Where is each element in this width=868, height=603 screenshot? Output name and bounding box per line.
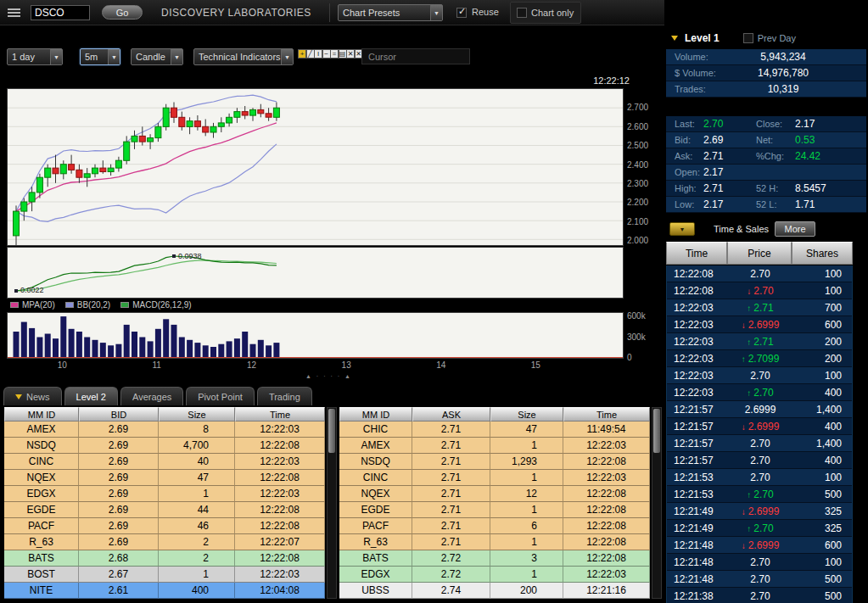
ask-table-scrollbar[interactable] — [652, 407, 662, 599]
volume-chart[interactable] — [7, 312, 624, 359]
legend-item: MPA(20) — [10, 300, 55, 310]
trade-time: 12:21:38 — [667, 590, 728, 602]
cell-mm: EGDE — [4, 502, 79, 518]
tab-trading[interactable]: Trading — [257, 387, 312, 405]
grid-icon[interactable]: ▤ — [339, 49, 347, 59]
cell-price: 2.69 — [79, 486, 159, 502]
price-tick-label: 2.600 — [627, 122, 648, 131]
go-button[interactable]: Go — [102, 5, 143, 20]
level1-stat-row: $ Volume:14,976,780 — [666, 65, 866, 81]
interval-select[interactable]: 5m — [80, 48, 120, 65]
table-row[interactable]: NSDQ2.694,70012:22:08 — [4, 438, 325, 454]
chart-toolbar: 1 day 5m Candle Technical Indicators +╱I… — [0, 42, 662, 68]
range-select[interactable]: 1 day — [7, 48, 63, 65]
quote-value: 24.42 — [795, 150, 866, 162]
prev-day-checkbox[interactable] — [743, 33, 753, 43]
chart-presets-select[interactable]: Chart Presets — [338, 4, 443, 21]
table-row[interactable]: NSDQ2.711,29312:22:08 — [339, 454, 650, 470]
chart-type-select[interactable]: Candle — [131, 48, 183, 65]
table-header: MM IDBIDSizeTime — [4, 407, 325, 422]
time-sales-row: 12:21:572.69991,400 — [667, 401, 852, 418]
table-row[interactable]: BATS2.68212:22:08 — [4, 550, 325, 567]
reuse-checkbox[interactable] — [456, 8, 467, 18]
cell-time: 12:22:03 — [563, 567, 650, 583]
cell-time: 12:22:03 — [235, 486, 325, 502]
trade-shares: 200 — [792, 336, 852, 348]
column-header[interactable]: Size — [490, 407, 563, 422]
tab-news[interactable]: News — [3, 387, 62, 405]
cell-size: 1 — [490, 470, 563, 486]
table-row[interactable]: EGDE2.71112:22:08 — [339, 502, 650, 518]
scrollbar-thumb[interactable] — [653, 409, 660, 453]
cell-size: 1 — [490, 567, 563, 583]
quote-label: High: — [666, 183, 703, 193]
horizontal-line-icon[interactable]: − — [322, 49, 331, 59]
table-row[interactable]: AMEX2.71112:22:03 — [339, 438, 650, 454]
table-row[interactable]: EGDE2.694412:22:08 — [4, 502, 325, 518]
menu-icon[interactable] — [8, 8, 20, 10]
table-row[interactable]: EDGX2.72112:22:03 — [339, 567, 650, 583]
symbol-input[interactable] — [31, 5, 90, 20]
table-row[interactable]: CHIC2.714711:49:54 — [339, 422, 650, 438]
column-header[interactable]: ASK — [412, 407, 490, 422]
table-row[interactable]: AMEX2.69812:22:03 — [4, 422, 325, 438]
table-row[interactable]: PACF2.71612:22:08 — [339, 518, 650, 534]
delete-drawing-icon[interactable]: ✕ — [346, 49, 355, 59]
table-row[interactable]: UBSS2.7420012:21:16 — [339, 583, 650, 599]
column-header[interactable]: MM ID — [4, 407, 79, 422]
trade-shares: 400 — [792, 455, 852, 466]
table-row[interactable]: R_632.69212:22:07 — [4, 534, 325, 550]
column-header[interactable]: MM ID — [339, 407, 412, 422]
text-tool-icon[interactable]: I — [314, 49, 322, 59]
column-header[interactable]: Size — [159, 407, 235, 422]
column-header[interactable]: Time — [563, 407, 650, 422]
table-row[interactable]: NITE2.6140012:04:08 — [4, 583, 325, 599]
stat-value: 5,943,234 — [732, 51, 834, 63]
column-header[interactable]: Price — [727, 242, 792, 265]
stat-value: 10,319 — [732, 83, 834, 95]
macd-chart[interactable]: 0.09380.0022 — [7, 247, 624, 299]
table-row[interactable]: PACF2.694612:22:08 — [4, 518, 325, 534]
scrollbar-thumb[interactable] — [328, 409, 335, 453]
time-sales-dropdown-button[interactable] — [669, 222, 695, 236]
trendline-icon[interactable]: ╱ — [306, 49, 315, 59]
table-row[interactable]: BATS2.72312:22:08 — [339, 550, 650, 567]
table-row[interactable]: EDGX2.69112:22:03 — [4, 486, 325, 502]
column-header[interactable]: BID — [79, 407, 159, 422]
table-row[interactable]: R_632.71112:22:08 — [339, 534, 650, 550]
trade-time: 12:21:49 — [667, 522, 728, 534]
time-sales-row: 12:21:53↑2.70500 — [667, 486, 852, 503]
collapse-arrow-icon[interactable] — [671, 36, 678, 41]
chart-only-checkbox[interactable] — [517, 8, 527, 18]
more-button[interactable]: More — [775, 221, 815, 237]
trade-shares: 100 — [792, 370, 852, 382]
chart-scroll-arrows[interactable]: ▲ · · · · ▲ — [305, 373, 352, 379]
parallel-lines-icon[interactable]: = — [330, 49, 339, 59]
column-header[interactable]: Time — [666, 242, 727, 265]
table-row[interactable]: NQEX2.694712:22:08 — [4, 470, 325, 486]
level1-quote-row: Open:2.17 — [666, 165, 866, 181]
price-tick-label: 2.100 — [627, 217, 648, 226]
tab-level-2[interactable]: Level 2 — [64, 387, 118, 405]
cursor-mode-box[interactable]: Cursor — [361, 48, 470, 64]
add-indicator-icon[interactable]: + — [298, 49, 306, 59]
table-row[interactable]: NQEX2.711212:22:08 — [339, 486, 650, 502]
trade-price: 2.70 — [728, 590, 792, 602]
cell-mm: CINC — [339, 470, 412, 486]
table-row[interactable]: CINC2.694012:22:03 — [4, 454, 325, 470]
table-row[interactable]: CINC2.71112:22:03 — [339, 470, 650, 486]
table-row[interactable]: BOST2.67112:22:03 — [4, 567, 325, 583]
trade-time: 12:21:48 — [667, 539, 728, 551]
tab-averages[interactable]: Averages — [120, 387, 183, 405]
tab-pivot-point[interactable]: Pivot Point — [186, 387, 255, 405]
cell-mm: EDGX — [4, 486, 79, 502]
price-chart[interactable] — [7, 88, 624, 246]
legend-item: BB(20,2) — [65, 300, 110, 310]
trade-shares: 325 — [792, 505, 852, 517]
column-header[interactable]: Shares — [792, 242, 853, 265]
technical-indicators-select[interactable]: Technical Indicators — [193, 48, 294, 65]
bid-table-scrollbar[interactable] — [327, 407, 337, 599]
cell-price: 2.71 — [412, 502, 490, 518]
column-header[interactable]: Time — [235, 407, 325, 422]
quote-label: Bid: — [666, 135, 703, 145]
